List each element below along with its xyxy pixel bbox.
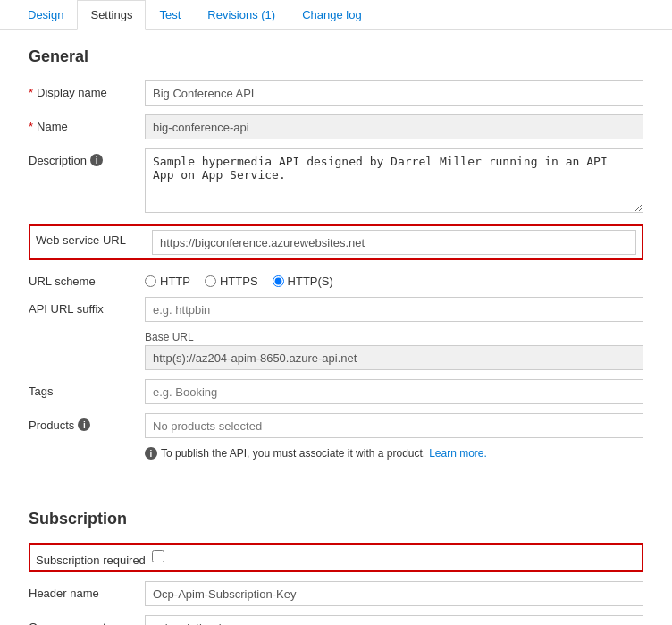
subscription-required-label: Subscription required: [36, 548, 152, 567]
tab-settings[interactable]: Settings: [77, 0, 146, 30]
web-service-url-input[interactable]: [152, 230, 636, 255]
display-name-row: * Display name: [29, 80, 643, 106]
publish-notice: i To publish the API, you must associate…: [145, 447, 643, 460]
api-url-suffix-input[interactable]: [145, 297, 643, 322]
query-param-input[interactable]: [145, 615, 643, 625]
name-input[interactable]: [145, 114, 643, 139]
products-row: Products i: [29, 413, 643, 438]
description-control: Sample hypermedia API designed by Darrel…: [145, 148, 643, 215]
base-url-input: [145, 345, 643, 370]
header-name-row: Header name: [29, 581, 643, 606]
description-textarea[interactable]: Sample hypermedia API designed by Darrel…: [145, 148, 643, 213]
display-name-label: * Display name: [29, 80, 145, 99]
tab-test[interactable]: Test: [146, 0, 194, 30]
radio-http[interactable]: HTTP: [145, 274, 190, 288]
api-url-suffix-control: [145, 297, 643, 322]
description-label: Description i: [29, 148, 145, 167]
spacer-2: [29, 492, 643, 510]
web-service-url-label: Web service URL: [36, 230, 152, 247]
web-service-url-row: Web service URL: [36, 230, 636, 255]
web-service-url-highlighted-row: Web service URL: [29, 224, 643, 260]
query-param-row: Query parameter name: [29, 615, 643, 625]
web-service-url-control: [152, 230, 636, 255]
header-name-label: Header name: [29, 581, 145, 600]
main-content: General * Display name * Name Descriptio…: [0, 30, 672, 625]
tags-row: Tags: [29, 379, 643, 404]
description-row: Description i Sample hypermedia API desi…: [29, 148, 643, 215]
products-info-icon: i: [78, 418, 90, 431]
products-control: [145, 413, 643, 438]
tags-input[interactable]: [145, 379, 643, 404]
base-url-sub-row: Base URL: [145, 331, 643, 370]
base-url-label: Base URL: [145, 331, 643, 343]
url-scheme-label: URL scheme: [29, 269, 145, 288]
url-scheme-row: URL scheme HTTP HTTPS HTTP(S): [29, 269, 643, 288]
radio-http-input[interactable]: [145, 275, 156, 287]
radio-https[interactable]: HTTPS: [205, 274, 258, 288]
api-url-suffix-row: API URL suffix: [29, 297, 643, 322]
display-name-control: [145, 80, 643, 106]
header-name-control: [145, 581, 643, 606]
required-star-2: *: [29, 120, 33, 133]
tags-control: [145, 379, 643, 404]
radio-https-both-input[interactable]: [273, 275, 284, 287]
tab-changelog[interactable]: Change log: [289, 0, 375, 30]
subscription-required-control: [152, 550, 636, 565]
subscription-required-checkbox[interactable]: [152, 550, 164, 562]
spacer-1: [29, 474, 643, 492]
publish-info-icon: i: [145, 447, 157, 460]
tab-bar: Design Settings Test Revisions (1) Chang…: [0, 0, 672, 30]
header-name-input[interactable]: [145, 581, 643, 606]
description-info-icon: i: [90, 154, 103, 166]
required-star: *: [29, 86, 33, 99]
radio-https-both[interactable]: HTTP(S): [273, 274, 333, 288]
display-name-input[interactable]: [145, 80, 643, 106]
tab-revisions[interactable]: Revisions (1): [194, 0, 289, 30]
name-row: * Name: [29, 114, 643, 139]
products-input[interactable]: [145, 413, 643, 438]
general-section-title: General: [29, 47, 643, 66]
name-label: * Name: [29, 114, 145, 133]
name-control: [145, 114, 643, 139]
learn-more-link[interactable]: Learn more.: [429, 447, 487, 460]
url-scheme-control: HTTP HTTPS HTTP(S): [145, 269, 643, 288]
products-label: Products i: [29, 413, 145, 432]
subscription-section-title: Subscription: [29, 510, 643, 528]
query-param-label: Query parameter name: [29, 615, 145, 625]
radio-https-input[interactable]: [205, 275, 216, 287]
subscription-required-highlighted: Subscription required: [29, 543, 643, 572]
tags-label: Tags: [29, 379, 145, 398]
api-url-suffix-label: API URL suffix: [29, 297, 145, 316]
query-param-control: [145, 615, 643, 625]
tab-design[interactable]: Design: [14, 0, 77, 30]
